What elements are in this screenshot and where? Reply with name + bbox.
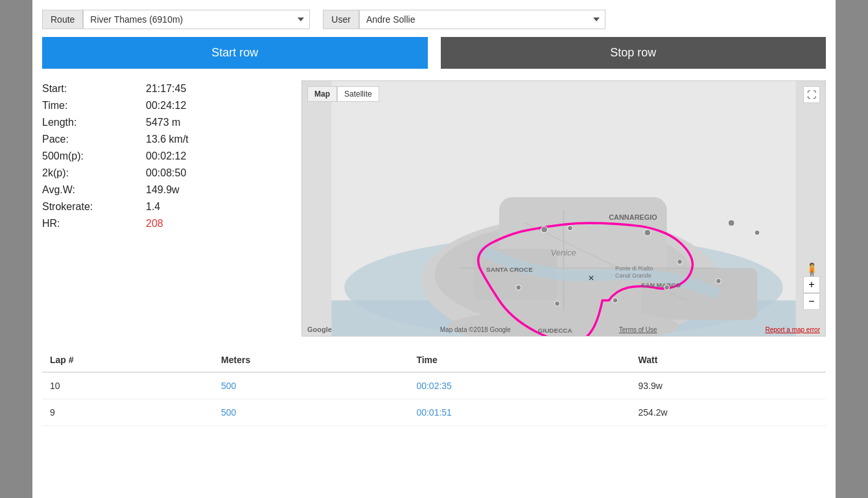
pace2k-value: 00:08:50 — [146, 167, 186, 179]
svg-point-25 — [555, 301, 560, 306]
map-tab-map[interactable]: Map — [307, 86, 337, 102]
col-lap: Lap # — [42, 348, 213, 372]
svg-point-28 — [755, 230, 760, 235]
svg-point-22 — [677, 259, 683, 265]
stat-time: Time: 00:24:12 — [42, 97, 288, 114]
user-select[interactable]: Andre Sollie — [359, 10, 605, 29]
lap-table: Lap # Meters Time Watt 10 500 00:02:35 9… — [42, 348, 826, 426]
pace500-label: 500m(p): — [42, 150, 146, 162]
map-attribution: Google Map data ©2018 Google Terms of Us… — [302, 326, 825, 333]
stats-panel: Start: 21:17:45 Time: 00:24:12 Length: 5… — [42, 80, 288, 337]
action-row: Start row Stop row — [42, 37, 826, 69]
svg-point-20 — [567, 226, 572, 231]
route-label: Route — [42, 10, 83, 29]
svg-text:✕: ✕ — [588, 274, 594, 283]
stat-pace500: 500m(p): 00:02:12 — [42, 148, 288, 165]
table-row: 9 500 00:01:51 254.2w — [42, 399, 826, 426]
report-link[interactable]: Report a map error — [766, 326, 820, 333]
svg-point-21 — [644, 230, 651, 236]
top-controls: Route River Thames (6910m) User Andre So… — [42, 10, 826, 29]
map-panel: CANNAREGIO SANTA CROCE SAN MARCO GIUDECC… — [301, 80, 826, 337]
svg-point-27 — [728, 220, 734, 226]
terms-link[interactable]: Terms of Use — [619, 326, 657, 333]
col-watt: Watt — [631, 348, 826, 372]
route-select[interactable]: River Thames (6910m) — [83, 10, 310, 29]
start-label: Start: — [42, 83, 146, 95]
stop-row-button[interactable]: Stop row — [441, 37, 827, 69]
main-container: Route River Thames (6910m) User Andre So… — [32, 0, 836, 498]
google-logo: Google — [307, 326, 332, 333]
start-row-button[interactable]: Start row — [42, 37, 428, 69]
map-data-text: Map data ©2018 Google — [440, 326, 511, 333]
cell-meters: 500 — [213, 372, 408, 399]
cell-lap: 10 — [42, 372, 213, 399]
pace-value: 13.6 km/t — [146, 134, 189, 145]
cell-watt: 254.2w — [631, 399, 826, 426]
lap-table-container: Lap # Meters Time Watt 10 500 00:02:35 9… — [42, 348, 826, 426]
map-tab-satellite[interactable]: Satellite — [337, 86, 379, 102]
map-svg: CANNAREGIO SANTA CROCE SAN MARCO GIUDECC… — [302, 81, 825, 336]
fullscreen-icon: ⛶ — [807, 89, 816, 100]
avgw-value: 149.9w — [146, 184, 180, 196]
cell-time: 00:02:35 — [408, 372, 630, 399]
svg-point-23 — [664, 285, 670, 290]
stat-pace: Pace: 13.6 km/t — [42, 131, 288, 148]
svg-text:Ponte di Rialto: Ponte di Rialto — [615, 265, 653, 272]
stat-length: Length: 5473 m — [42, 114, 288, 131]
svg-point-26 — [516, 285, 521, 290]
person-icon: 🧍 — [804, 263, 820, 277]
zoom-in-button[interactable]: + — [803, 276, 820, 293]
cell-lap: 9 — [42, 399, 213, 426]
svg-text:CANNAREGIO: CANNAREGIO — [609, 213, 657, 221]
svg-text:Venice: Venice — [551, 248, 576, 257]
cell-watt: 93.9w — [631, 372, 826, 399]
user-label: User — [323, 10, 359, 29]
pace2k-label: 2k(p): — [42, 167, 146, 179]
stat-avgw: Avg.W: 149.9w — [42, 182, 288, 198]
strokerate-value: 1.4 — [146, 201, 160, 213]
hr-value: 208 — [146, 218, 163, 230]
svg-point-29 — [716, 278, 721, 283]
cell-meters: 500 — [213, 399, 408, 426]
table-row: 10 500 00:02:35 93.9w — [42, 372, 826, 399]
map-zoom-controls: + − — [803, 276, 820, 310]
table-header: Lap # Meters Time Watt — [42, 348, 826, 372]
svg-point-24 — [613, 298, 618, 303]
svg-text:SANTA CROCE: SANTA CROCE — [486, 266, 533, 273]
length-value: 5473 m — [146, 117, 180, 128]
cell-time: 00:01:51 — [408, 399, 630, 426]
map-fullscreen-button[interactable]: ⛶ — [803, 86, 820, 103]
time-label: Time: — [42, 100, 146, 112]
svg-text:Canal Grande: Canal Grande — [615, 272, 651, 279]
col-time: Time — [408, 348, 630, 372]
svg-text:SAN MARCO: SAN MARCO — [641, 281, 681, 289]
start-value: 21:17:45 — [146, 83, 186, 95]
user-group: User Andre Sollie — [323, 10, 605, 29]
pace500-value: 00:02:12 — [146, 150, 186, 162]
map-person-icon[interactable]: 🧍 — [804, 262, 820, 278]
content-row: Start: 21:17:45 Time: 00:24:12 Length: 5… — [42, 80, 826, 337]
pace-label: Pace: — [42, 134, 146, 145]
stat-hr: HR: 208 — [42, 215, 288, 232]
route-group: Route River Thames (6910m) — [42, 10, 310, 29]
col-meters: Meters — [213, 348, 408, 372]
time-value: 00:24:12 — [146, 100, 186, 112]
stat-strokerate: Strokerate: 1.4 — [42, 198, 288, 215]
length-label: Length: — [42, 117, 146, 128]
avgw-label: Avg.W: — [42, 184, 146, 196]
stat-pace2k: 2k(p): 00:08:50 — [42, 165, 288, 182]
map-controls-top: Map Satellite — [307, 86, 379, 102]
lap-table-body: 10 500 00:02:35 93.9w 9 500 00:01:51 254… — [42, 372, 826, 426]
stat-start: Start: 21:17:45 — [42, 80, 288, 97]
zoom-out-button[interactable]: − — [803, 293, 820, 310]
strokerate-label: Strokerate: — [42, 201, 146, 213]
hr-label: HR: — [42, 218, 146, 230]
svg-point-19 — [541, 226, 548, 233]
